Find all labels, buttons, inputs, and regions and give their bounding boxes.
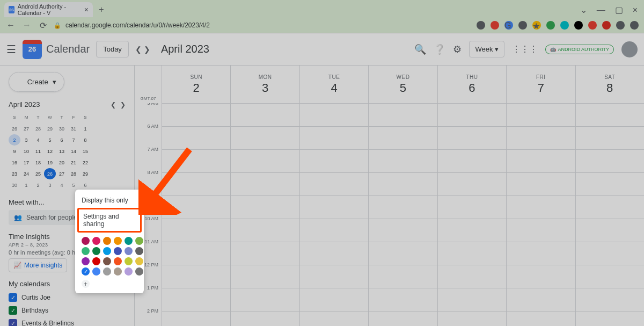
color-option[interactable]: [114, 237, 122, 245]
color-option[interactable]: [135, 257, 143, 265]
color-option[interactable]: [135, 237, 143, 245]
color-option[interactable]: [82, 247, 90, 255]
color-option[interactable]: [135, 267, 143, 276]
color-option[interactable]: [92, 237, 100, 245]
display-only-item[interactable]: Display this only: [75, 193, 144, 208]
color-option[interactable]: [92, 247, 100, 255]
color-option[interactable]: [92, 257, 100, 265]
color-option[interactable]: [125, 267, 133, 276]
color-option[interactable]: [92, 267, 100, 276]
color-option[interactable]: [103, 257, 111, 265]
settings-sharing-item[interactable]: Settings and sharing: [77, 208, 142, 233]
color-option[interactable]: [125, 257, 133, 265]
color-option[interactable]: [114, 267, 122, 276]
color-option[interactable]: [82, 237, 90, 245]
color-option[interactable]: [103, 237, 111, 245]
color-option[interactable]: [135, 247, 143, 255]
color-option[interactable]: [125, 247, 133, 255]
color-option[interactable]: [103, 267, 111, 276]
color-option[interactable]: [125, 237, 133, 245]
color-option[interactable]: [114, 247, 122, 255]
color-option[interactable]: [82, 257, 90, 265]
color-option[interactable]: ✓: [82, 267, 90, 276]
calendar-context-menu: Display this only Settings and sharing ✓…: [75, 190, 144, 293]
add-color-button[interactable]: +: [82, 280, 90, 288]
color-option[interactable]: [103, 247, 111, 255]
color-option[interactable]: [114, 257, 122, 265]
